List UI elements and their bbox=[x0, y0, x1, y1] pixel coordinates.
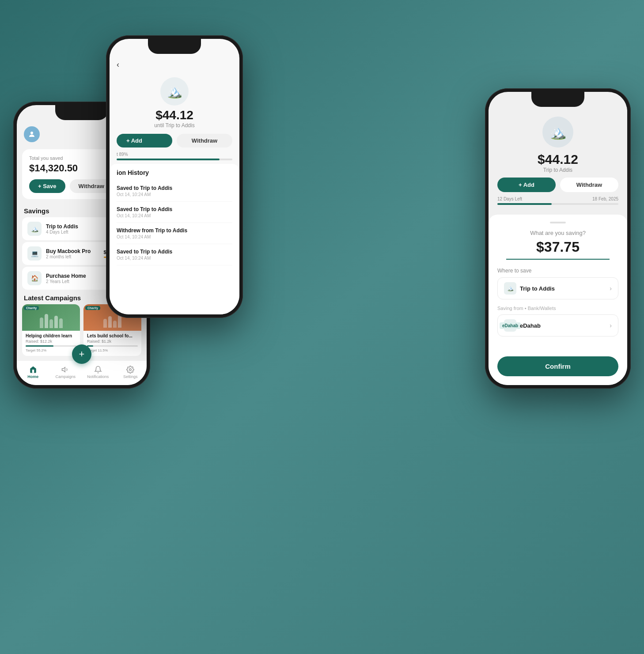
trip-destination-icon: 🏔️ bbox=[160, 77, 189, 106]
phone-right: 🏔️ $44.12 Trip to Addis + Add Withdraw 1… bbox=[485, 88, 631, 389]
withdraw-trip-button[interactable]: Withdraw bbox=[177, 134, 232, 147]
days-left-label: 12 Days Left bbox=[497, 197, 522, 201]
phone-middle: ‹ 🏔️ $44.12 until Trip to Addis + Add Wi… bbox=[106, 35, 243, 318]
savings-total-amount: $14,320.50 bbox=[29, 163, 78, 174]
campaign-img-1: Charity bbox=[22, 304, 80, 331]
macbook-name: Buy Macbook Pro bbox=[46, 248, 99, 254]
wallet-chevron-icon: › bbox=[610, 322, 612, 329]
destination-chevron-icon: › bbox=[610, 285, 612, 292]
notch-left bbox=[55, 105, 108, 120]
add-trip-button[interactable]: + Add bbox=[117, 134, 172, 147]
trip-until-label: until Trip to Addis bbox=[110, 122, 239, 129]
add-save-button[interactable]: + Add bbox=[497, 178, 556, 192]
destination-name: Trip to Addis bbox=[520, 285, 555, 292]
home-time: 2 Years Left bbox=[46, 279, 105, 284]
sheet-amount[interactable]: $37.75 bbox=[506, 239, 610, 260]
charity-badge-1: Charity bbox=[24, 306, 39, 310]
home-name: Purchase Home bbox=[46, 273, 105, 279]
history-item-2: Saved to Trip to Addis Oct 14, 10:24 AM bbox=[117, 202, 232, 223]
trip-header: ‹ bbox=[110, 57, 239, 73]
where-to-save-label: Where to save bbox=[497, 268, 618, 274]
svg-marker-2 bbox=[62, 367, 65, 372]
destination-row[interactable]: 🏔️ Trip to Addis › bbox=[497, 277, 618, 299]
bottom-sheet: What are you saving? $37.75 Where to sav… bbox=[489, 215, 627, 385]
save-trip-icon: 🏔️ bbox=[542, 117, 573, 147]
save-top: 🏔️ $44.12 Trip to Addis + Add Withdraw 1… bbox=[489, 110, 627, 215]
campaign-card-1[interactable]: Charity Helping children learn bbox=[22, 304, 80, 356]
trip-icon: 🏔️ bbox=[27, 222, 42, 236]
campaign-name-2: Lets build school fo... bbox=[87, 333, 138, 338]
edahab-icon: eDahab bbox=[504, 319, 516, 332]
svg-point-0 bbox=[30, 132, 33, 134]
nav-home-label: Home bbox=[27, 374, 38, 379]
save-button[interactable]: + Save bbox=[29, 179, 65, 193]
fab-add-button[interactable]: + bbox=[72, 344, 91, 364]
confirm-button[interactable]: Confirm bbox=[497, 356, 618, 376]
svg-point-3 bbox=[129, 368, 132, 370]
nav-notifications[interactable]: Notifications bbox=[82, 366, 114, 379]
nav-notifications-label: Notifications bbox=[87, 374, 109, 379]
charity-badge-2: Charity bbox=[85, 306, 100, 310]
nav-settings-label: Settings bbox=[123, 374, 138, 379]
campaign-target-1: Target 55.2% bbox=[26, 348, 76, 352]
notch-middle bbox=[148, 39, 201, 54]
campaign-raised-1: Raised: $12.2k bbox=[26, 339, 76, 344]
withdraw-save-button[interactable]: Withdraw bbox=[560, 178, 618, 192]
history-item-3: Withdrew from Trip to Addis Oct 14, 10:2… bbox=[117, 223, 232, 244]
campaigns-title: Latest Campaigns bbox=[24, 294, 81, 302]
nav-campaigns-label: Campaigns bbox=[55, 374, 76, 379]
trip-progress: t 89% bbox=[110, 152, 239, 164]
avatar bbox=[24, 126, 40, 142]
campaign-raised-2: Raised: $1.2k bbox=[87, 339, 138, 344]
campaign-name-1: Helping children learn bbox=[26, 333, 76, 338]
sheet-question: What are you saving? bbox=[497, 230, 618, 236]
save-trip-label: Trip to Addis bbox=[543, 167, 572, 173]
nav-home[interactable]: Home bbox=[17, 366, 49, 379]
sheet-handle bbox=[550, 222, 566, 223]
trip-name: Trip to Addis bbox=[46, 223, 103, 230]
campaign-target-2: Target 11.5% bbox=[87, 348, 138, 352]
home-icon: 🏠 bbox=[27, 271, 42, 285]
wallet-row[interactable]: eDahab eDahab › bbox=[497, 314, 618, 336]
nav-campaigns[interactable]: Campaigns bbox=[49, 366, 82, 379]
date-target: 18 Feb, 2025 bbox=[592, 197, 618, 201]
wallet-name: eDahab bbox=[520, 322, 541, 329]
save-amount: $44.12 bbox=[538, 152, 578, 167]
bottom-nav: Home Campaigns Notifications Settings bbox=[17, 360, 147, 385]
history-section: ion History Saved to Trip to Addis Oct 1… bbox=[110, 164, 239, 314]
progress-label: t 89% bbox=[117, 152, 232, 157]
trip-amount: $44.12 bbox=[110, 108, 239, 122]
history-title: ion History bbox=[117, 169, 232, 176]
macbook-time: 2 months left bbox=[46, 254, 99, 259]
destination-icon: 🏔️ bbox=[504, 282, 516, 295]
macbook-icon: 💻 bbox=[27, 246, 42, 261]
history-item-1: Saved to Trip to Addis Oct 14, 10:24 AM bbox=[117, 181, 232, 202]
trip-screen: ‹ 🏔️ $44.12 until Trip to Addis + Add Wi… bbox=[110, 39, 239, 314]
savings-title: Savings bbox=[24, 207, 49, 215]
back-arrow[interactable]: ‹ bbox=[117, 60, 119, 69]
saving-from-label: Saving from • Bank/Wallets bbox=[497, 306, 618, 311]
trip-time: 4 Days Left bbox=[46, 230, 103, 234]
history-item-4: Saved to Trip to Addis Oct 14, 10:24 AM bbox=[117, 244, 232, 265]
save-screen: 🏔️ $44.12 Trip to Addis + Add Withdraw 1… bbox=[489, 92, 627, 385]
notch-right bbox=[531, 92, 584, 107]
nav-settings[interactable]: Settings bbox=[114, 366, 147, 379]
